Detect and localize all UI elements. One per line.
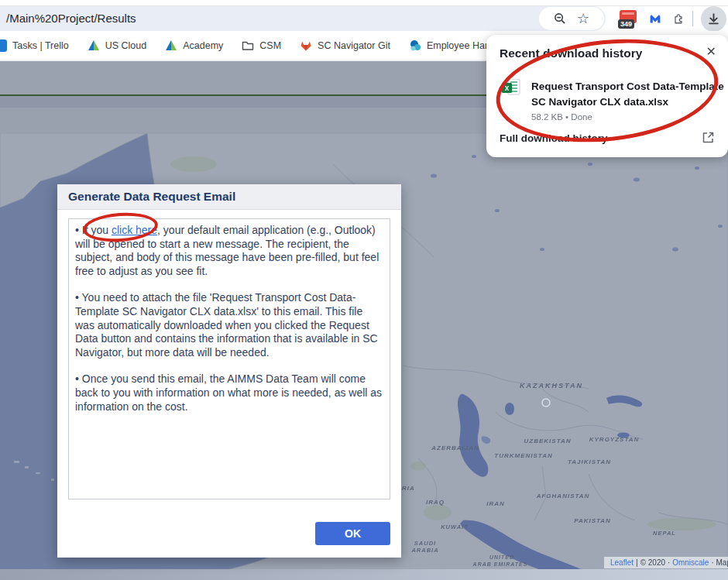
excel-file-icon: x — [502, 79, 520, 96]
map-label: KAZAKHSTAN — [520, 382, 583, 390]
dialog-title: Generate Data Request Email — [68, 190, 235, 204]
ok-button[interactable]: OK — [315, 522, 390, 545]
bookmark-academy[interactable]: Academy — [165, 39, 223, 52]
bookmark-trello[interactable]: Tasks | Trello — [0, 39, 69, 52]
leaflet-link[interactable]: Leaflet — [610, 558, 634, 567]
sharepoint-icon — [409, 39, 421, 52]
map-label: TAJIKISTAN — [568, 458, 611, 465]
aimms-icon — [88, 39, 100, 52]
recent-download-history-popup: Recent download history ✕ x Request Tran… — [486, 35, 728, 157]
extensions-puzzle-icon[interactable] — [672, 12, 685, 25]
map-label: ARABIA — [411, 547, 438, 554]
address-bar[interactable]: /Main%20Project/Results — [0, 6, 606, 31]
download-popup-title: Recent download history — [500, 46, 642, 60]
file-name: Request Transport Cost Data-Template SC … — [531, 79, 724, 110]
downloads-button[interactable] — [701, 6, 726, 32]
click-here-link[interactable]: click here — [112, 224, 157, 236]
map-label: TURKMENISTAN — [494, 452, 552, 459]
bookmark-csm[interactable]: CSM — [242, 39, 281, 52]
download-icon — [707, 12, 720, 26]
map-label: IRAN — [486, 500, 505, 507]
map-label: IRAQ — [426, 499, 445, 506]
folder-icon — [242, 39, 254, 52]
bookmark-us-cloud[interactable]: US Cloud — [88, 39, 147, 52]
dialog-paragraph-1: • If you click here, your default email … — [75, 224, 383, 278]
aimms-icon — [165, 39, 177, 52]
malwarebytes-icon[interactable] — [649, 12, 661, 25]
url-text[interactable]: /Main%20Project/Results — [6, 12, 136, 25]
close-icon[interactable]: ✕ — [706, 44, 716, 59]
downloaded-file-item[interactable]: x Request Transport Cost Data-Template S… — [502, 79, 724, 122]
map-label: KYRGYZSTAN — [589, 436, 640, 443]
extension-badge: 349 — [618, 19, 634, 29]
map-label: ARAB EMIRATES — [473, 561, 528, 567]
dialog-message-box: • If you click here, your default email … — [68, 218, 390, 499]
map-attribution: Leaflet | © 2020 · Omniscale · Map da — [604, 557, 728, 568]
map-label: AZERBAIJAN — [431, 444, 479, 451]
dialog-paragraph-3: • Once you send this email, the AIMMS Da… — [75, 372, 383, 414]
dialog-header: Generate Data Request Email — [57, 184, 401, 210]
map-label: KUWAIT — [441, 523, 469, 530]
gitlab-icon — [300, 39, 312, 52]
bottom-edge-strip — [0, 569, 728, 580]
bookmark-sc-navigator-git[interactable]: SC Navigator Git — [300, 39, 390, 52]
tab-strip — [0, 0, 728, 6]
bookmark-star-icon[interactable]: ☆ — [577, 12, 589, 26]
dialog-paragraph-2: • You need to attach the file 'Request T… — [75, 291, 383, 359]
toolbar-divider — [692, 11, 693, 26]
trello-icon — [0, 39, 7, 52]
map-label: NEPAL — [653, 530, 676, 537]
omniscale-link[interactable]: Omniscale — [672, 558, 709, 567]
zoom-out-icon[interactable] — [554, 12, 566, 25]
map-label: SAUDI — [414, 540, 436, 547]
map-label: UNITED — [489, 554, 514, 560]
mail-extension-icon[interactable]: 349 — [620, 10, 637, 23]
map-label: PAKISTAN — [574, 517, 611, 524]
full-download-history-link[interactable]: Full download history — [500, 132, 608, 144]
omnibox-actions: ☆ — [539, 7, 604, 30]
browser-toolbar: /Main%20Project/Results ☆ 349 — [0, 6, 728, 31]
svg-text:x: x — [505, 84, 510, 92]
generate-data-request-email-dialog: Generate Data Request Email • If you cli… — [57, 184, 401, 558]
external-link-icon[interactable] — [702, 131, 715, 144]
file-meta: 58.2 KB • Done — [531, 112, 724, 122]
map-label: UZBEKISTAN — [524, 438, 572, 444]
map-label: AFGHANISTAN — [537, 492, 590, 499]
